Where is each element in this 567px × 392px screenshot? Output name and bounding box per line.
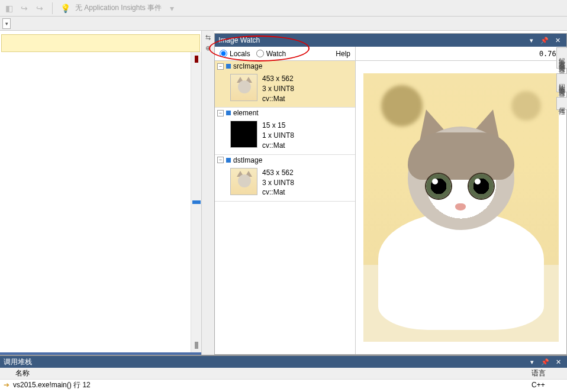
window-menu-icon[interactable]: ▾ (527, 357, 537, 367)
bookmark-next2-icon[interactable]: ↪ (34, 3, 45, 14)
marker-scroll-icon (195, 342, 198, 349)
variable-meta: 15 x 151 x UINT8cv::Mat (262, 121, 294, 150)
bookmark-prev-icon[interactable]: ◧ (4, 3, 14, 14)
variable-item[interactable]: −srcImage453 x 5623 x UINT8cv::Mat (215, 61, 355, 108)
image-preview-pane: 0.76x (356, 47, 566, 354)
combo-dropdown[interactable]: ▾ (2, 18, 11, 29)
callstack-panel: 调用堆栈 ▾ 📌 ✕ 名称 语言 ➔ vs2015.exe!main() 行 1… (0, 355, 567, 390)
locals-radio[interactable]: Locals (220, 50, 250, 58)
watch-label: Watch (266, 50, 286, 58)
zoom-row: 0.76x (356, 47, 566, 61)
locals-radio-input[interactable] (220, 50, 227, 57)
locals-label: Locals (230, 50, 250, 58)
tree-toggle-icon[interactable]: − (217, 157, 224, 163)
mode-radio-row: Locals Watch Help (215, 47, 355, 61)
frame-name: vs2015.exe!main() 行 12 (13, 380, 528, 390)
variable-meta: 453 x 5623 x UINT8cv::Mat (262, 74, 294, 103)
side-tab-solution-explorer[interactable]: 解决方案资源管理器 (556, 47, 568, 69)
image-watch-panel: Image Watch ▾ 📌 ✕ Locals Watch (214, 33, 567, 355)
variable-name: element (233, 109, 259, 117)
window-menu-icon[interactable]: ▾ (526, 35, 537, 45)
callstack-title: 调用堆栈 (4, 357, 32, 367)
variable-name: srcImage (233, 62, 262, 70)
expand-icon[interactable]: ⊕ (204, 44, 212, 52)
toolbar-top: ◧ ↪ ↪ 💡 无 Application Insights 事件 ▾ (0, 0, 567, 17)
column-name[interactable]: 名称 (15, 368, 531, 378)
variable-meta: 453 x 5623 x UINT8cv::Mat (262, 168, 294, 197)
variable-name: dstImage (233, 156, 262, 164)
current-frame-icon: ➔ (4, 381, 9, 389)
combo-row: ▾ (0, 17, 567, 31)
bookmark-next-icon[interactable]: ↪ (19, 3, 30, 14)
preview-image (363, 73, 559, 342)
editor-gutter: ⇆ ⊕ (201, 31, 214, 355)
variable-item[interactable]: −dstImage453 x 5623 x UINT8cv::Mat (215, 155, 355, 202)
editor-body[interactable] (0, 52, 201, 355)
frame-lang: C++ (531, 381, 567, 389)
image-watch-title: Image Watch (218, 36, 260, 44)
variable-thumbnail[interactable] (230, 168, 257, 195)
marker-cursor-icon (192, 200, 201, 204)
side-tab-team-explorer[interactable]: 团队资源管理器 (556, 73, 568, 92)
editor-pane (0, 31, 201, 355)
image-watch-titlebar[interactable]: Image Watch ▾ 📌 ✕ (215, 34, 566, 47)
tree-toggle-icon[interactable]: − (217, 63, 224, 70)
close-icon[interactable]: ✕ (553, 357, 563, 367)
variable-list-pane: Locals Watch Help −srcImage453 x 5623 x … (215, 47, 356, 354)
side-tabs: 解决方案资源管理器 团队资源管理器 属性 (556, 47, 567, 110)
pin-icon[interactable]: 📌 (540, 357, 550, 367)
callstack-titlebar[interactable]: 调用堆栈 ▾ 📌 ✕ (0, 356, 567, 368)
side-tab-properties[interactable]: 属性 (556, 97, 568, 110)
variable-list[interactable]: −srcImage453 x 5623 x UINT8cv::Mat−eleme… (215, 61, 355, 354)
bullet-icon (226, 158, 231, 163)
editor-scrollbar[interactable] (191, 52, 201, 352)
app-insights-label[interactable]: 无 Application Insights 事件 (75, 3, 162, 13)
split-icon[interactable]: ⇆ (204, 33, 212, 41)
marker-error-icon (195, 56, 198, 63)
variable-thumbnail[interactable] (230, 121, 257, 148)
pin-icon[interactable]: 📌 (539, 35, 550, 45)
watch-radio-input[interactable] (256, 50, 264, 57)
tree-toggle-icon[interactable]: − (217, 110, 224, 116)
callstack-columns: 名称 语言 (0, 368, 567, 380)
help-link[interactable]: Help (336, 50, 350, 58)
close-icon[interactable]: ✕ (552, 35, 563, 45)
bullet-icon (226, 64, 231, 69)
variable-thumbnail[interactable] (230, 74, 257, 101)
preview-area[interactable] (356, 61, 566, 354)
callstack-row[interactable]: ➔ vs2015.exe!main() 行 12 C++ (0, 380, 567, 390)
lightbulb-icon[interactable]: 💡 (60, 3, 70, 14)
separator (52, 2, 53, 14)
dropdown-arrow-icon[interactable]: ▾ (166, 3, 177, 14)
watch-radio[interactable]: Watch (256, 50, 286, 58)
editor-header-bar (1, 34, 200, 52)
column-lang[interactable]: 语言 (531, 368, 567, 378)
variable-item[interactable]: −element15 x 151 x UINT8cv::Mat (215, 108, 355, 154)
bullet-icon (226, 111, 231, 115)
